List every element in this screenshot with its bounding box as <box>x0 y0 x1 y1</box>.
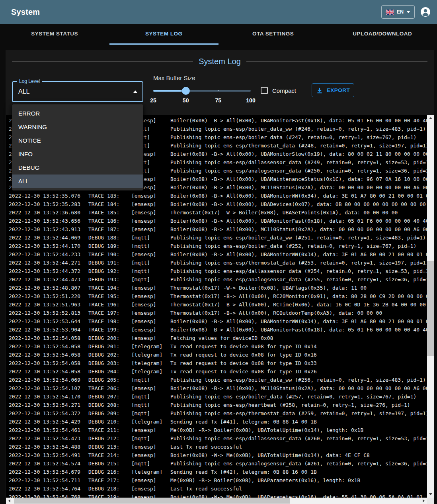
log-message: Publishing topic ems-esp/boiler_data (#2… <box>170 133 427 141</box>
log-source: [emsesp] <box>131 284 170 292</box>
log-source: [emsesp] <box>131 217 170 225</box>
tab-upload-download[interactable]: UPLOAD/DOWNLOAD <box>328 24 437 45</box>
slider-tick-labels: 255075100 <box>153 97 251 104</box>
log-source: [emsesp] <box>131 451 170 459</box>
log-row: 2022-12-30 13:52:35.283TRACE 184:[emsesp… <box>9 200 427 208</box>
log-row: 2022-12-30 13:52:54.461TRACE 211:[emsesp… <box>9 426 427 434</box>
account-icon[interactable] <box>420 7 431 17</box>
log-message: Thermostat(0x17) -W-> Boiler(0x08), UBAS… <box>170 208 427 217</box>
log-message: Sending read Tx [#41], telegram: 0B 88 1… <box>170 418 427 426</box>
menu-item-debug[interactable]: DEBUG <box>12 161 143 175</box>
log-row: 2022-12-30 13:52:48.807TRACE 194:[emsesp… <box>9 284 427 292</box>
log-source: [mqtt] <box>131 434 170 443</box>
header-actions: EN <box>381 5 431 19</box>
horizontal-scrollbar-thumb[interactable] <box>14 498 290 504</box>
log-row: 2022-12-30 13:52:44.233TRACE 190:[emsesp… <box>9 250 427 259</box>
log-source: [emsesp] <box>131 384 170 392</box>
tab-system-log[interactable]: SYSTEM LOG <box>109 24 219 45</box>
tab-ota-settings[interactable]: OTA SETTINGS <box>218 24 328 45</box>
timestamp: 2022-12-30 13:52:36.680 <box>9 208 88 217</box>
timestamp: 2022-12-30 13:52:43.656 <box>9 217 88 225</box>
log-row: 2022-12-30 13:52:44.372DEBUG 192:[mqtt]P… <box>9 267 427 275</box>
log-message: Thermostat(0x17) -B-> All(0x00), RCOutdo… <box>170 309 427 317</box>
log-source: [telegram] <box>131 468 170 476</box>
export-button[interactable]: EXPORT <box>312 83 354 97</box>
horizontal-scrollbar[interactable] <box>6 498 427 504</box>
timestamp: 2022-12-30 13:52:53.644 <box>9 317 88 326</box>
log-message: Boiler(0x08) -B-> All(0x00), UBAMonitorW… <box>170 192 427 200</box>
language-label: EN <box>397 9 404 15</box>
log-message: Boiler(0x08) -W-> Me(0x0B), UBATotalUpti… <box>170 451 427 459</box>
menu-item-info[interactable]: INFO <box>12 147 143 161</box>
log-message: Publishing topic ems-esp/boiler_data (#2… <box>170 392 427 401</box>
scroll-left-icon <box>8 499 10 502</box>
log-message: Tx read request to device 0x08 for type … <box>170 342 427 351</box>
timestamp: 2022-12-30 13:52:54.058 <box>9 342 88 351</box>
log-level: DEBUG 210: <box>88 418 131 426</box>
log-source: [mqtt] <box>131 275 170 284</box>
menu-item-notice[interactable]: NOTICE <box>12 134 143 147</box>
timestamp: 2022-12-30 13:52:54.711 <box>9 476 88 484</box>
menu-item-error[interactable]: ERROR <box>12 107 143 120</box>
log-source: [mqtt] <box>131 233 170 242</box>
scroll-left-button[interactable] <box>6 498 13 504</box>
log-source: [emsesp] <box>131 192 170 200</box>
log-row: 2022-12-30 13:52:54.058DEBUG 201:[telegr… <box>9 342 427 351</box>
log-row: 2022-12-30 13:52:54.058DEBUG 202:[telegr… <box>9 351 427 359</box>
log-level: TRACE 199: <box>88 326 131 334</box>
log-message: Publishing topic ems-esp/boiler_data_ww … <box>170 125 427 133</box>
timestamp: 2022-12-30 13:52:54.768 <box>9 493 88 498</box>
timestamp: 2022-12-30 13:52:54.107 <box>9 384 88 392</box>
log-level: TRACE 197: <box>88 309 131 317</box>
compact-toggle[interactable]: Compact <box>261 86 296 95</box>
panel-title-row: System Log <box>6 57 434 66</box>
log-message: Boiler(0x08) -W-> Me(0x0B), UBAParameter… <box>170 493 427 498</box>
log-message: Publishing topic ems-esp/dallassensor_da… <box>170 158 427 167</box>
log-message: Publishing topic ems-esp/boiler_data_ww … <box>170 376 427 384</box>
log-level: DEBUG 192: <box>88 267 131 275</box>
timestamp: 2022-12-30 13:52:44.473 <box>9 275 88 284</box>
scroll-up-icon <box>429 117 432 119</box>
log-level: TRACE 219: <box>88 493 131 498</box>
scroll-up-button[interactable] <box>427 115 434 122</box>
timestamp: 2022-12-30 13:52:54.461 <box>9 426 88 434</box>
menu-item-all[interactable]: ALL <box>12 175 143 188</box>
menu-item-warning[interactable]: WARNING <box>12 120 143 134</box>
log-message: Publishing topic ems-esp/dallassensor_da… <box>170 267 427 275</box>
log-level: DEBUG 213: <box>88 443 131 451</box>
tab-system-status[interactable]: SYSTEM STATUS <box>0 24 109 45</box>
log-source: [mqtt] <box>131 459 170 468</box>
log-message: Fetching values for deviceID 0x08 <box>170 334 427 342</box>
slider-thumb[interactable] <box>182 87 190 95</box>
timestamp: 2022-12-30 13:52:54.170 <box>9 392 88 401</box>
log-row: 2022-12-30 13:52:51.220TRACE 195:[emsesp… <box>9 292 427 300</box>
vertical-scrollbar[interactable] <box>427 115 434 498</box>
scroll-down-button[interactable] <box>427 491 434 498</box>
timestamp: 2022-12-30 13:52:54.574 <box>9 459 88 468</box>
log-message: Thermostat(0x17) -B-> All(0x00), RC20Mon… <box>170 292 427 300</box>
scroll-right-button[interactable] <box>420 498 427 504</box>
timestamp: 2022-12-30 13:52:48.807 <box>9 284 88 292</box>
log-level: TRACE 184: <box>88 200 131 208</box>
log-row: 2022-12-30 13:52:54.271DEBUG 208:[mqtt]P… <box>9 401 427 409</box>
slider-tick-label-75: 75 <box>215 97 222 104</box>
buffer-size-control: Max Buffer Size 255075100 <box>153 75 251 104</box>
log-row: 2022-12-30 13:52:54.170DEBUG 207:[mqtt]P… <box>9 392 427 401</box>
language-selector-button[interactable]: EN <box>381 5 415 19</box>
log-row: 2022-12-30 13:52:54.473DEBUG 212:[mqtt]P… <box>9 434 427 443</box>
app-header: System EN <box>0 0 437 24</box>
timestamp: 2022-12-30 13:52:43.913 <box>9 225 88 233</box>
log-source: [mqtt] <box>131 392 170 401</box>
log-level: DEBUG 189: <box>88 242 131 250</box>
compact-checkbox[interactable] <box>261 87 268 94</box>
timestamp: 2022-12-30 13:52:54.058 <box>9 351 88 359</box>
log-level: TRACE 198: <box>88 317 131 326</box>
log-level-value: ALL <box>18 82 29 101</box>
log-level-select[interactable]: Log Level ALL <box>12 81 143 102</box>
buffer-size-slider[interactable] <box>153 87 251 95</box>
timestamp: 2022-12-30 13:52:44.372 <box>9 267 88 275</box>
vertical-scrollbar-thumb[interactable] <box>427 261 434 356</box>
log-row: 2022-12-30 13:52:36.680TRACE 185:[emsesp… <box>9 208 427 217</box>
log-source: [mqtt] <box>131 259 170 267</box>
log-message: Boiler(0x08) -B-> All(0x00), UBADevices(… <box>170 200 427 208</box>
